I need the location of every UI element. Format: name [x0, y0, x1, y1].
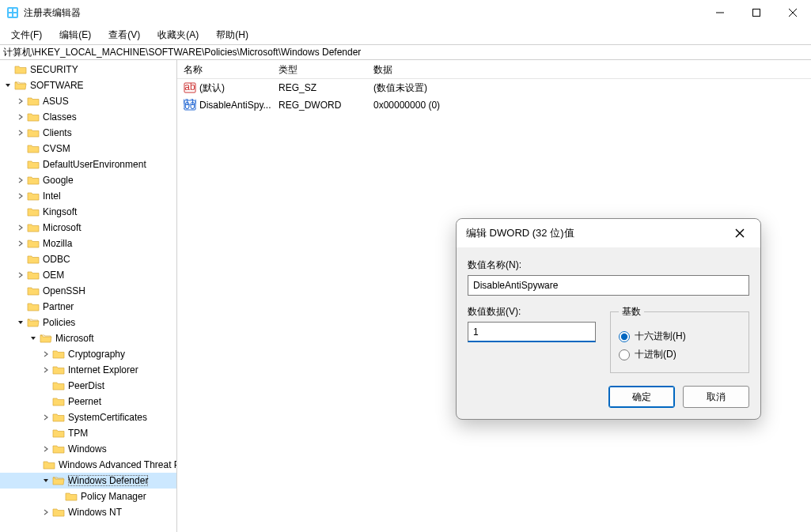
- values-pane: 名称 类型 数据 ab(默认)REG_SZ(数值未设置)01101001Disa…: [177, 60, 811, 532]
- folder-icon: [52, 475, 65, 486]
- list-row[interactable]: 01101001DisableAntiSpy...REG_DWORD0x0000…: [177, 96, 811, 114]
- menu-help[interactable]: 帮助(H): [213, 27, 252, 43]
- chevron-right-icon[interactable]: [16, 176, 25, 184]
- col-header-name[interactable]: 名称: [177, 60, 272, 78]
- window-title: 注册表编辑器: [24, 6, 81, 20]
- ok-button[interactable]: 确定: [608, 386, 675, 408]
- tree-item[interactable]: ASUS: [0, 93, 176, 109]
- chevron-right-icon[interactable]: [41, 445, 51, 453]
- tree-item[interactable]: Microsoft: [0, 220, 176, 236]
- folder-icon: [14, 80, 27, 91]
- radio-dec[interactable]: [619, 349, 630, 360]
- tree-item[interactable]: Google: [0, 172, 176, 188]
- tree-item[interactable]: Mozilla: [0, 236, 176, 251]
- chevron-right-icon[interactable]: [41, 366, 51, 374]
- folder-icon: [27, 96, 40, 107]
- tree-item[interactable]: DefaultUserEnvironment: [0, 157, 176, 172]
- tree-item[interactable]: Partner: [0, 299, 176, 315]
- folder-icon: [27, 206, 40, 217]
- maximize-button[interactable]: [738, 0, 775, 25]
- value-data-label: 数值数据(V):: [468, 305, 596, 319]
- tree-item[interactable]: ODBC: [0, 251, 176, 267]
- tree-item-label: Windows: [68, 443, 107, 455]
- chevron-down-icon[interactable]: [41, 477, 51, 485]
- tree-item[interactable]: Cryptography: [0, 346, 176, 362]
- tree-item-label: Google: [43, 175, 74, 186]
- tree-item[interactable]: Policies: [0, 315, 176, 330]
- tree-item-label: PeerDist: [68, 380, 104, 391]
- svg-rect-3: [9, 13, 12, 17]
- minimize-button[interactable]: [702, 0, 738, 25]
- menu-file[interactable]: 文件(F): [8, 27, 45, 43]
- tree-item[interactable]: OEM: [0, 267, 176, 283]
- tree-item-label: Windows NT: [68, 507, 122, 518]
- tree-item[interactable]: Microsoft: [0, 330, 176, 346]
- tree-item-label: ODBC: [43, 254, 70, 265]
- tree-item[interactable]: PeerDist: [0, 378, 176, 394]
- menu-edit[interactable]: 编辑(E): [56, 27, 94, 43]
- folder-icon: [27, 127, 40, 138]
- radio-hex-row[interactable]: 十六进制(H): [619, 330, 741, 343]
- folder-icon: [52, 364, 65, 375]
- tree-item[interactable]: Windows Defender: [0, 473, 176, 489]
- tree-item[interactable]: SOFTWARE: [0, 77, 176, 93]
- chevron-right-icon[interactable]: [16, 271, 25, 279]
- tree-item[interactable]: Policy Manager: [0, 489, 176, 504]
- col-header-data[interactable]: 数据: [367, 60, 811, 78]
- folder-icon: [27, 254, 40, 265]
- tree-item-label: ASUS: [43, 96, 69, 107]
- tree-pane[interactable]: SECURITYSOFTWAREASUSClassesClientsCVSMDe…: [0, 60, 177, 532]
- chevron-down-icon[interactable]: [3, 81, 13, 89]
- chevron-right-icon[interactable]: [16, 113, 25, 121]
- tree-item[interactable]: OpenSSH: [0, 283, 176, 299]
- folder-icon: [14, 64, 27, 75]
- folder-icon: [27, 222, 40, 233]
- tree-item[interactable]: SystemCertificates: [0, 409, 176, 425]
- tree-item[interactable]: CVSM: [0, 141, 176, 157]
- tree-item-label: Partner: [43, 301, 74, 312]
- chevron-down-icon[interactable]: [16, 319, 25, 326]
- folder-icon: [52, 396, 65, 407]
- menu-view[interactable]: 查看(V): [105, 27, 143, 43]
- title-bar: 注册表编辑器: [0, 0, 811, 25]
- value-name-input[interactable]: [468, 275, 749, 296]
- chevron-right-icon[interactable]: [16, 240, 25, 247]
- tree-item[interactable]: Windows NT: [0, 504, 176, 520]
- chevron-right-icon[interactable]: [41, 350, 51, 358]
- tree-item-label: SOFTWARE: [30, 80, 84, 91]
- chevron-right-icon[interactable]: [16, 224, 25, 232]
- tree-item[interactable]: Clients: [0, 125, 176, 141]
- reg-binary-icon: 01101001: [184, 99, 196, 111]
- menu-favorites[interactable]: 收藏夹(A): [154, 27, 202, 43]
- tree-item[interactable]: Classes: [0, 109, 176, 125]
- tree-item[interactable]: TPM: [0, 425, 176, 441]
- tree-item[interactable]: Kingsoft: [0, 204, 176, 220]
- chevron-right-icon[interactable]: [16, 97, 25, 105]
- chevron-right-icon[interactable]: [16, 129, 25, 137]
- chevron-down-icon[interactable]: [28, 334, 38, 342]
- tree-item[interactable]: Peernet: [0, 394, 176, 409]
- folder-icon: [52, 349, 65, 360]
- folder-icon: [65, 491, 78, 502]
- tree-item[interactable]: Windows Advanced Threat Protection: [0, 457, 176, 473]
- cancel-button[interactable]: 取消: [683, 386, 749, 408]
- dialog-titlebar: 编辑 DWORD (32 位)值: [457, 219, 760, 247]
- tree-item[interactable]: SECURITY: [0, 62, 176, 77]
- list-row[interactable]: ab(默认)REG_SZ(数值未设置): [177, 79, 811, 96]
- radio-dec-row[interactable]: 十进制(D): [619, 348, 741, 361]
- folder-icon: [27, 143, 40, 154]
- base-fieldset: 基数 十六进制(H) 十进制(D): [610, 305, 749, 373]
- chevron-right-icon[interactable]: [16, 192, 25, 200]
- value-data-input[interactable]: [468, 322, 596, 342]
- address-bar[interactable]: 计算机\HKEY_LOCAL_MACHINE\SOFTWARE\Policies…: [0, 44, 811, 60]
- chevron-right-icon[interactable]: [41, 413, 51, 421]
- dialog-close-button[interactable]: [729, 222, 751, 244]
- tree-item[interactable]: Internet Explorer: [0, 362, 176, 378]
- tree-item[interactable]: Windows: [0, 441, 176, 457]
- col-header-type[interactable]: 类型: [272, 60, 367, 78]
- radio-hex[interactable]: [619, 331, 630, 342]
- close-button[interactable]: [775, 0, 811, 25]
- edit-dword-dialog: 编辑 DWORD (32 位)值 数值名称(N): 数值数据(V):: [456, 218, 761, 420]
- chevron-right-icon[interactable]: [41, 508, 51, 516]
- tree-item[interactable]: Intel: [0, 188, 176, 204]
